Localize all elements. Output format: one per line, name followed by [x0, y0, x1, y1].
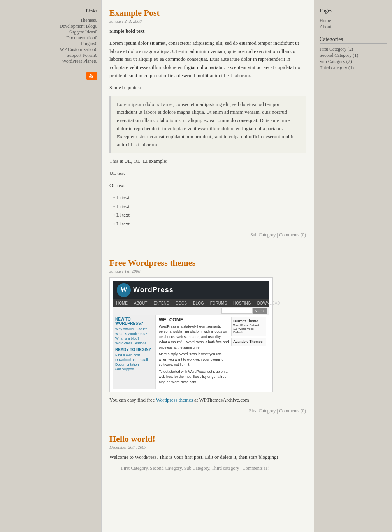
wp-nav-home[interactable]: HOME	[113, 299, 131, 307]
links-title: Links	[4, 8, 97, 15]
wp-body-right: WELCOME WordPress is a state-of-the-art …	[156, 315, 269, 389]
post-body-wp-themes: You can easy find free Wordpress themes …	[109, 396, 306, 404]
pages-list: Home About	[320, 18, 387, 30]
post-content-wp-themes: You can easy find free Wordpress themes …	[109, 396, 306, 404]
sidebar-item-devblog[interactable]: Development Blog0	[4, 23, 97, 29]
post-blockquote: Lorem ipsum dolor sit amet, consectetur …	[109, 96, 306, 154]
post-intro-bold: Simple bold text	[109, 28, 144, 34]
post-body-hello: Welcome to WordPress. This is your first…	[109, 453, 306, 462]
wp-left-list2: Find a web host Download and Install Doc…	[115, 353, 153, 371]
sidebar-link-support[interactable]: Support Forum0	[4, 53, 97, 58]
list-item: Li text	[113, 203, 306, 211]
post-comments-link-wp[interactable]: Comments (0)	[279, 408, 306, 414]
wp-left-list: Why should I use it? What is WordPress? …	[115, 327, 153, 345]
post-title-example[interactable]: Example Post	[109, 8, 160, 18]
sidebar-item-wpcustom[interactable]: WP Customization0	[4, 47, 97, 53]
wordpress-themes-link[interactable]: Wordpress themes	[156, 397, 193, 403]
wp-nav-docs[interactable]: DOCS	[172, 299, 190, 307]
wp-nav-forums[interactable]: FORUMS	[207, 299, 230, 307]
sidebar-link-plugins[interactable]: Plugins0	[4, 41, 97, 47]
category-link-first[interactable]: First Category (2)	[320, 46, 353, 52]
list-item: Li text	[113, 194, 306, 202]
sidebar-link-devblog[interactable]: Development Blog0	[4, 23, 97, 29]
post-title-wp-themes[interactable]: Free Wordpress themes	[109, 258, 195, 268]
wp-nav-blog[interactable]: BLOG	[190, 299, 207, 307]
wp-search-input[interactable]	[221, 308, 253, 314]
list-item: Download and Install	[115, 358, 153, 362]
hello-comments-link[interactable]: Comments (1)	[243, 465, 269, 471]
wp-sidebar-title2: Available Themes	[233, 340, 264, 344]
post-title-hello[interactable]: Hello world!	[109, 434, 155, 444]
left-sidebar: Links Themes0 Development Blog0 Suggest …	[0, 0, 101, 532]
categories-list: First Category (2) Second Category (1) S…	[320, 46, 387, 71]
category-link-third[interactable]: Third category (1)	[320, 65, 354, 70]
post-body1: Lorem ipsum dolor sit amet, consectetur …	[109, 39, 306, 80]
sidebar-link-wpcustom[interactable]: WP Customization0	[4, 47, 97, 53]
wp-search-button[interactable]: Search	[253, 308, 267, 314]
sidebar-item-docs[interactable]: Documentation0	[4, 35, 97, 41]
sidebar-item-plugins[interactable]: Plugins0	[4, 41, 97, 47]
list-item: Find a web host	[115, 353, 153, 357]
list-item: Why should I use it?	[115, 327, 153, 331]
post-date-wp-themes: January 1st, 2008	[109, 269, 306, 273]
category-link-second[interactable]: Second Category (1)	[320, 53, 358, 58]
hello-category-first[interactable]: First Category	[121, 465, 148, 471]
post-body-text2: at WPThemesArchive.com	[194, 397, 249, 403]
wp-logo-area: W WordPress	[117, 283, 174, 297]
wp-screenshot-header: W WordPress	[113, 281, 269, 299]
sidebar-link-themes[interactable]: Themes0	[4, 18, 97, 23]
rss-icon[interactable]	[86, 72, 97, 80]
wordpress-screenshot: W WordPress HOME ABOUT EXTEND DOCS BLOG …	[109, 277, 273, 393]
categories-title: Categories	[320, 36, 387, 44]
wp-body-text1: WordPress is a state-of-the-art semantic…	[159, 324, 229, 351]
post-category-link[interactable]: Sub Category	[250, 232, 276, 238]
wp-body-text2: More simply, WordPress is what you use w…	[159, 352, 229, 368]
category-item-sub[interactable]: Sub Category (2)	[320, 58, 387, 65]
post-meta-example: Sub Category | Comments (0)	[109, 232, 306, 238]
wp-nav-hosting[interactable]: HOSTING	[230, 299, 254, 307]
pages-title: Pages	[320, 8, 387, 15]
post-example-post: Example Post January 2nd, 2008 Simple bo…	[109, 8, 306, 246]
hello-category-second[interactable]: Second Category	[150, 465, 182, 471]
wp-nav-about[interactable]: ABOUT	[131, 299, 150, 307]
category-item-first[interactable]: First Category (2)	[320, 46, 387, 52]
sidebar-link-suggest[interactable]: Suggest Ideas0	[4, 29, 97, 35]
page-item-home[interactable]: Home	[320, 18, 387, 24]
post-meta-hello: First Category, Second Category, Sub Cat…	[109, 465, 306, 471]
main-content: Example Post January 2nd, 2008 Simple bo…	[101, 0, 314, 532]
wp-nav-download[interactable]: DOWNLOAD	[254, 299, 283, 307]
category-item-second[interactable]: Second Category (1)	[320, 52, 387, 58]
page-item-about[interactable]: About	[320, 24, 387, 30]
wp-nav-extend[interactable]: EXTEND	[150, 299, 172, 307]
list-item: Documentation	[115, 363, 153, 366]
wp-body: NEW TO WORDPRESS? Why should I use it? W…	[113, 315, 269, 389]
sidebar-item-suggest[interactable]: Suggest Ideas0	[4, 29, 97, 35]
sidebar-link-wpplanet[interactable]: WordPress Planet0	[4, 58, 97, 64]
sidebar-item-themes[interactable]: Themes0	[4, 18, 97, 23]
sidebar-link-docs[interactable]: Documentation0	[4, 35, 97, 41]
post-ol-text: OL text	[109, 181, 306, 190]
page-link-home[interactable]: Home	[320, 18, 331, 23]
sidebar-item-wpplanet[interactable]: WordPress Planet0	[4, 58, 97, 64]
post-category-link-wp[interactable]: First Category	[249, 408, 276, 414]
list-item: WordPress Lessons	[115, 341, 153, 345]
post-date-example: January 2nd, 2008	[109, 19, 306, 23]
hello-category-sub[interactable]: Sub Category	[184, 465, 209, 471]
svg-point-1	[89, 76, 91, 78]
sidebar-item-support[interactable]: Support Forum0	[4, 53, 97, 58]
page-link-about[interactable]: About	[320, 24, 331, 30]
rss-feed-link[interactable]	[4, 70, 97, 80]
category-item-third[interactable]: Third category (1)	[320, 65, 387, 71]
list-item: Get Support	[115, 367, 153, 371]
post-bquotes-label: Some b-quotes:	[109, 84, 306, 92]
post-comments-link[interactable]: Comments (0)	[279, 232, 306, 238]
post-content-example: Simple bold text Lorem ipsum dolor sit a…	[109, 27, 306, 228]
wp-body-main: WELCOME WordPress is a state-of-the-art …	[159, 317, 229, 387]
wp-nav-bar: HOME ABOUT EXTEND DOCS BLOG FORUMS HOSTI…	[113, 299, 269, 307]
hello-category-third[interactable]: Third category	[211, 465, 239, 471]
wp-body-left: NEW TO WORDPRESS? Why should I use it? W…	[113, 315, 156, 389]
post-date-hello: December 26th, 2007	[109, 445, 306, 449]
post-body-text: You can easy find free	[109, 397, 155, 403]
wp-body-text3: To get started with WordPress, set it up…	[159, 369, 229, 385]
category-link-sub[interactable]: Sub Category (2)	[320, 59, 352, 64]
